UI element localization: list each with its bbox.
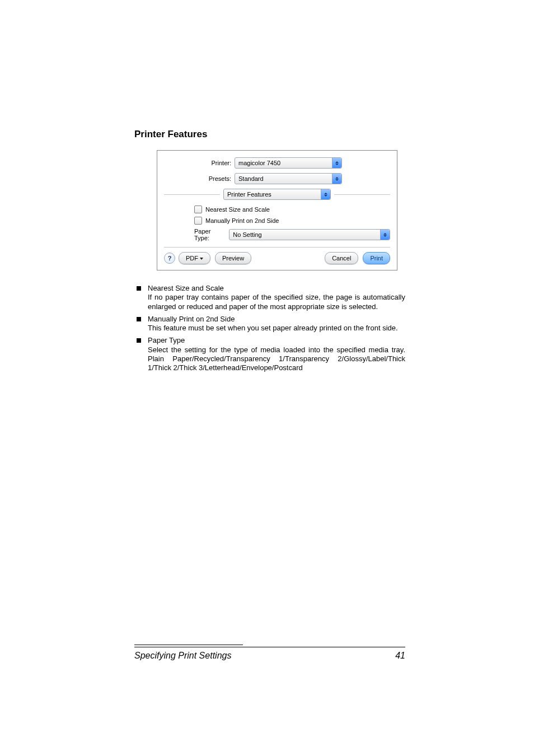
chevron-updown-icon — [321, 189, 330, 199]
nearest-size-checkbox[interactable] — [194, 206, 202, 213]
footer-rule — [134, 645, 243, 645]
list-item: Manually Print on 2nd Side This feature … — [134, 315, 405, 333]
section-value: Printer Features — [224, 189, 275, 199]
list-item: Paper Type Select the setting for the ty… — [134, 336, 405, 372]
feature-list: Nearest Size and Scale If no paper tray … — [134, 284, 405, 372]
nearest-size-label: Nearest Size and Scale — [205, 206, 270, 213]
print-button[interactable]: Print — [363, 252, 390, 264]
pdf-button[interactable]: PDF — [179, 252, 210, 264]
printer-label: Printer: — [164, 160, 235, 166]
footer-title: Specifying Print Settings — [134, 651, 231, 661]
feature-desc: Select the setting for the type of media… — [148, 346, 405, 373]
dialog-button-row: ? PDF Preview Cancel Print — [164, 252, 390, 264]
manual-2nd-side-row: Manually Print on 2nd Side — [194, 217, 390, 225]
section-select[interactable]: Printer Features — [223, 189, 331, 200]
chevron-down-icon — [200, 258, 203, 260]
feature-desc: If no paper tray contains paper of the s… — [148, 293, 405, 311]
printer-value: magicolor 7450 — [235, 158, 284, 168]
paper-type-select[interactable]: No Setting — [229, 229, 390, 240]
help-button[interactable]: ? — [164, 253, 175, 264]
presets-value: Standard — [235, 174, 267, 184]
printer-select[interactable]: magicolor 7450 — [235, 157, 342, 169]
manual-2nd-side-label: Manually Print on 2nd Side — [205, 217, 279, 224]
presets-select[interactable]: Standard — [235, 173, 342, 184]
footer-page-number: 41 — [395, 651, 405, 661]
manual-2nd-side-checkbox[interactable] — [194, 217, 202, 225]
feature-title: Nearest Size and Scale — [148, 284, 405, 293]
feature-title: Manually Print on 2nd Side — [148, 315, 405, 324]
paper-type-label: Paper Type: — [194, 228, 226, 241]
page-footer: Specifying Print Settings 41 — [134, 645, 405, 661]
chevron-updown-icon — [332, 174, 341, 184]
presets-label: Presets: — [164, 175, 235, 182]
preview-button[interactable]: Preview — [215, 252, 251, 264]
pdf-button-label: PDF — [186, 255, 198, 262]
list-item: Nearest Size and Scale If no paper tray … — [134, 284, 405, 311]
cancel-button[interactable]: Cancel — [325, 252, 358, 264]
chevron-updown-icon — [380, 230, 390, 240]
dialog-separator — [164, 247, 390, 248]
chevron-updown-icon — [332, 158, 341, 168]
paper-type-row: Paper Type: No Setting — [194, 228, 390, 241]
paper-type-value: No Setting — [229, 230, 265, 240]
section-selector-row: Printer Features — [164, 189, 390, 200]
print-dialog: Printer: magicolor 7450 Presets: Standar… — [157, 150, 397, 270]
feature-desc: This feature must be set when you set pa… — [148, 324, 405, 333]
footer-rule — [134, 647, 405, 647]
feature-title: Paper Type — [148, 336, 405, 345]
printer-row: Printer: magicolor 7450 — [164, 157, 390, 169]
nearest-size-row: Nearest Size and Scale — [194, 206, 390, 213]
section-heading: Printer Features — [134, 129, 405, 140]
presets-row: Presets: Standard — [164, 173, 390, 184]
